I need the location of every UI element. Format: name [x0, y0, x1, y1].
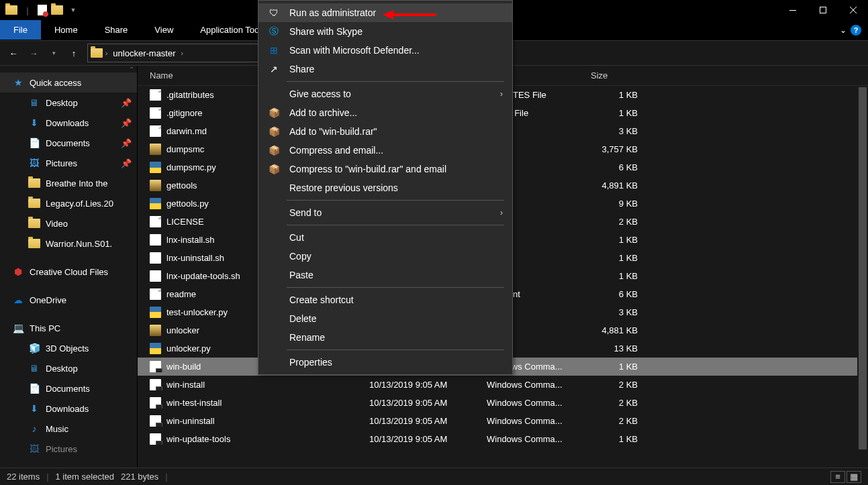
details-view-button[interactable]: ≡: [830, 471, 845, 483]
view-tab[interactable]: View: [141, 20, 187, 40]
sidebar-item-music[interactable]: ♪Music: [0, 419, 137, 439]
minimize-button[interactable]: [777, 0, 808, 20]
file-size: 1 KB: [584, 271, 651, 281]
file-icon: [150, 307, 161, 318]
ctx-restore-versions[interactable]: Restore previous versions: [258, 178, 512, 197]
breadcrumb-folder[interactable]: unlocker-master: [110, 48, 178, 58]
ctx-label: Compress to "win-build.rar" and email: [289, 164, 446, 174]
sidebar-item-folder[interactable]: Warrior.Nun.S01.: [0, 233, 137, 254]
downloads-icon: ⬇: [28, 403, 40, 414]
pictures-icon: 🖼: [28, 158, 40, 168]
sidebar-item-documents[interactable]: 📄Documents: [0, 378, 137, 398]
ctx-add-rar[interactable]: 📦Add to "win-build.rar": [258, 122, 512, 141]
ctx-properties[interactable]: Properties: [258, 353, 512, 372]
file-size: 2 KB: [584, 398, 651, 408]
ctx-share[interactable]: ↗Share: [258, 60, 512, 78]
file-size: 9 KB: [584, 199, 651, 209]
chevron-right-icon[interactable]: ›: [181, 50, 183, 57]
sidebar-item-downloads[interactable]: ⬇Downloads📌: [0, 113, 137, 133]
file-name: win-update-tools: [166, 434, 230, 444]
sidebar-item-documents[interactable]: 📄Documents📌: [0, 133, 137, 153]
chevron-down-icon[interactable]: ⌄: [840, 25, 847, 35]
sidebar-item-label: Music: [46, 424, 68, 434]
file-name: lnx-uninstall.sh: [166, 253, 224, 263]
scrollbar[interactable]: [857, 86, 868, 468]
ctx-rename[interactable]: Rename: [258, 328, 512, 347]
file-icon: [150, 107, 161, 119]
file-date: 10/13/2019 9:05 AM: [363, 434, 480, 444]
ctx-compress-email[interactable]: 📦Compress and email...: [258, 141, 512, 160]
ctx-delete[interactable]: Delete: [258, 309, 512, 328]
close-button[interactable]: [838, 0, 868, 20]
ctx-share-skype[interactable]: ⓈShare with Skype: [258, 22, 512, 41]
ctx-label: Add to "win-build.rar": [289, 126, 377, 137]
maximize-button[interactable]: [808, 0, 838, 20]
thumbnails-view-button[interactable]: ▦: [847, 471, 861, 483]
qat-dropdown-icon[interactable]: ▼: [67, 4, 79, 16]
ctx-cut[interactable]: Cut: [258, 228, 512, 247]
file-icon: [150, 288, 161, 300]
file-row[interactable]: win-uninstall10/13/2019 9:05 AMWindows C…: [138, 412, 868, 430]
sidebar-item-pictures[interactable]: 🖼Pictures📌: [0, 153, 137, 173]
status-bar: 22 items | 1 item selected 221 bytes | ≡…: [0, 468, 868, 485]
chevron-right-icon[interactable]: ›: [105, 50, 107, 57]
sidebar-item-this-pc[interactable]: 💻This PC: [0, 318, 137, 338]
chevron-right-icon: ›: [500, 208, 503, 217]
sidebar-item-onedrive[interactable]: ☁OneDrive: [0, 290, 137, 310]
file-name: dumpsmc: [166, 144, 204, 154]
file-name: win-build: [166, 362, 201, 372]
ctx-label: Restore previous versions: [289, 182, 398, 193]
back-button[interactable]: ←: [4, 44, 23, 62]
properties-icon[interactable]: [38, 5, 47, 15]
sidebar-item-desktop[interactable]: 🖥Desktop: [0, 358, 137, 378]
sidebar-item-label: Quick access: [30, 78, 81, 88]
sidebar-item-label: Downloads: [46, 118, 89, 128]
documents-icon: 📄: [28, 138, 40, 148]
file-row[interactable]: win-test-install10/13/2019 9:05 AMWindow…: [138, 394, 868, 412]
file-name: gettools.py: [166, 199, 209, 209]
winrar-icon: 📦: [268, 107, 280, 118]
file-row[interactable]: win-update-tools10/13/2019 9:05 AMWindow…: [138, 430, 868, 448]
music-icon: ♪: [28, 423, 40, 434]
share-tab[interactable]: Share: [91, 20, 142, 40]
ctx-run-as-admin[interactable]: 🛡Run as administrator: [258, 3, 512, 22]
ctx-send-to[interactable]: Send to›: [258, 203, 512, 222]
column-size[interactable]: Size: [584, 70, 651, 80]
up-button[interactable]: ↑: [64, 44, 83, 62]
file-icon: [150, 415, 161, 427]
sidebar-item-downloads[interactable]: ⬇Downloads: [0, 398, 137, 419]
sidebar-item-label: 3D Objects: [46, 343, 89, 354]
file-tab[interactable]: File: [0, 20, 41, 40]
cloud-icon: ⬢: [12, 266, 24, 277]
sidebar-item-folder[interactable]: Legacy.of.Lies.20: [0, 193, 137, 213]
ctx-scan-defender[interactable]: ⊞Scan with Microsoft Defender...: [258, 41, 512, 60]
sidebar-item-creative-cloud[interactable]: ⬢Creative Cloud Files: [0, 262, 137, 282]
scrollbar-thumb[interactable]: [859, 87, 867, 449]
new-folder-icon[interactable]: [51, 4, 63, 16]
file-name: win-test-install: [166, 398, 222, 408]
file-size: 4,881 KB: [584, 325, 651, 335]
home-tab[interactable]: Home: [41, 20, 91, 40]
sidebar-item-quick-access[interactable]: ★Quick access: [0, 72, 137, 93]
pictures-icon: 🖼: [28, 443, 40, 454]
file-row[interactable]: win-install10/13/2019 9:05 AMWindows Com…: [138, 376, 868, 394]
ctx-paste[interactable]: Paste: [258, 266, 512, 284]
sidebar-item-folder[interactable]: Breathe Into the: [0, 173, 137, 193]
ctx-compress-rar-email[interactable]: 📦Compress to "win-build.rar" and email: [258, 160, 512, 178]
sidebar-item-3d-objects[interactable]: 🧊3D Objects: [0, 338, 137, 358]
file-size: 4,891 KB: [584, 180, 651, 191]
svg-rect-1: [820, 7, 826, 13]
sidebar-item-desktop[interactable]: 🖥Desktop📌: [0, 93, 137, 113]
ctx-add-archive[interactable]: 📦Add to archive...: [258, 103, 512, 122]
share-icon: ↗: [268, 64, 280, 74]
ctx-copy[interactable]: Copy: [258, 247, 512, 266]
recent-dropdown[interactable]: ▾: [44, 44, 63, 62]
ctx-create-shortcut[interactable]: Create shortcut: [258, 290, 512, 309]
sidebar-item-folder[interactable]: Video: [0, 213, 137, 233]
file-icon: [150, 325, 161, 336]
file-name: lnx-install.sh: [166, 235, 215, 245]
sidebar-item-label: Video: [46, 219, 68, 229]
ctx-give-access[interactable]: Give access to›: [258, 85, 512, 103]
help-icon[interactable]: ?: [851, 25, 861, 36]
sidebar-item-pictures[interactable]: 🖼Pictures: [0, 439, 137, 459]
